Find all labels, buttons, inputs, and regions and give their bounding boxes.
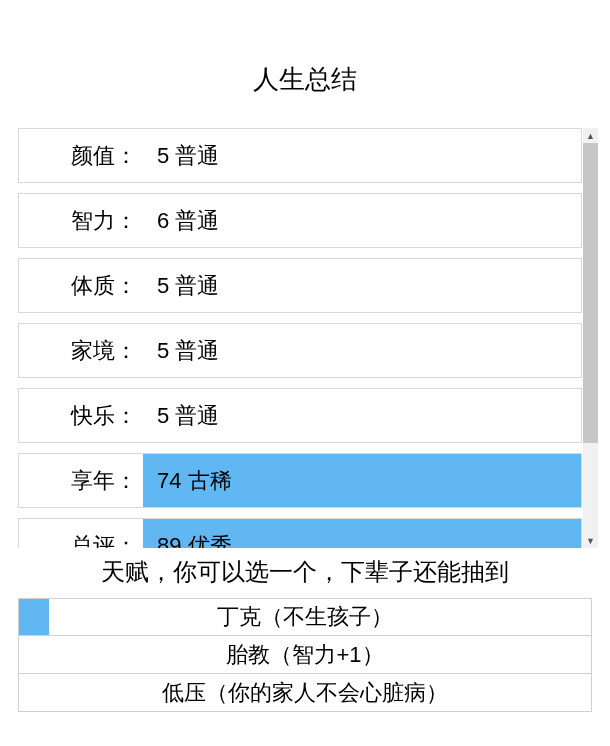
page-title: 人生总结 bbox=[0, 0, 610, 125]
talent-selected-indicator bbox=[19, 599, 49, 635]
stat-row-lifespan: 享年： 74 古稀 bbox=[18, 453, 582, 508]
stat-label: 智力： bbox=[19, 194, 143, 247]
stat-label: 家境： bbox=[19, 324, 143, 377]
stat-row-intelligence: 智力： 6 普通 bbox=[18, 193, 582, 248]
stat-row-appearance: 颜值： 5 普通 bbox=[18, 128, 582, 183]
stat-value: 6 普通 bbox=[143, 194, 581, 247]
talent-label: 胎教（智力+1） bbox=[226, 640, 383, 670]
talent-label: 丁克（不生孩子） bbox=[217, 602, 393, 632]
talent-list: 丁克（不生孩子） 胎教（智力+1） 低压（你的家人不会心脏病） bbox=[18, 598, 592, 712]
talent-label: 低压（你的家人不会心脏病） bbox=[162, 678, 448, 708]
talent-option-lowbp[interactable]: 低压（你的家人不会心脏病） bbox=[18, 674, 592, 712]
stat-value: 89 优秀 bbox=[143, 519, 581, 548]
scrollbar-up-icon[interactable]: ▲ bbox=[583, 128, 598, 143]
stat-value: 5 普通 bbox=[143, 259, 581, 312]
stat-row-physique: 体质： 5 普通 bbox=[18, 258, 582, 313]
stat-row-family: 家境： 5 普通 bbox=[18, 323, 582, 378]
stat-row-overall: 总评： 89 优秀 bbox=[18, 518, 582, 548]
stat-row-happiness: 快乐： 5 普通 bbox=[18, 388, 582, 443]
stat-value: 5 普通 bbox=[143, 389, 581, 442]
scrollbar-thumb[interactable] bbox=[583, 143, 598, 443]
stat-value: 74 古稀 bbox=[143, 454, 581, 507]
stat-label: 享年： bbox=[19, 454, 143, 507]
scrollbar-down-icon[interactable]: ▼ bbox=[583, 533, 598, 548]
talent-option-prenatal[interactable]: 胎教（智力+1） bbox=[18, 636, 592, 674]
scrollbar-track[interactable]: ▲ ▼ bbox=[583, 128, 598, 548]
talent-option-dink[interactable]: 丁克（不生孩子） bbox=[18, 598, 592, 636]
stat-value: 5 普通 bbox=[143, 324, 581, 377]
talent-heading: 天赋，你可以选一个，下辈子还能抽到 bbox=[0, 556, 610, 588]
stat-label: 总评： bbox=[19, 519, 143, 548]
stat-label: 颜值： bbox=[19, 129, 143, 182]
stat-label: 快乐： bbox=[19, 389, 143, 442]
stat-value: 5 普通 bbox=[143, 129, 581, 182]
stat-label: 体质： bbox=[19, 259, 143, 312]
stats-scroll-area: 颜值： 5 普通 智力： 6 普通 体质： 5 普通 家境： 5 普通 快乐： … bbox=[18, 128, 582, 548]
